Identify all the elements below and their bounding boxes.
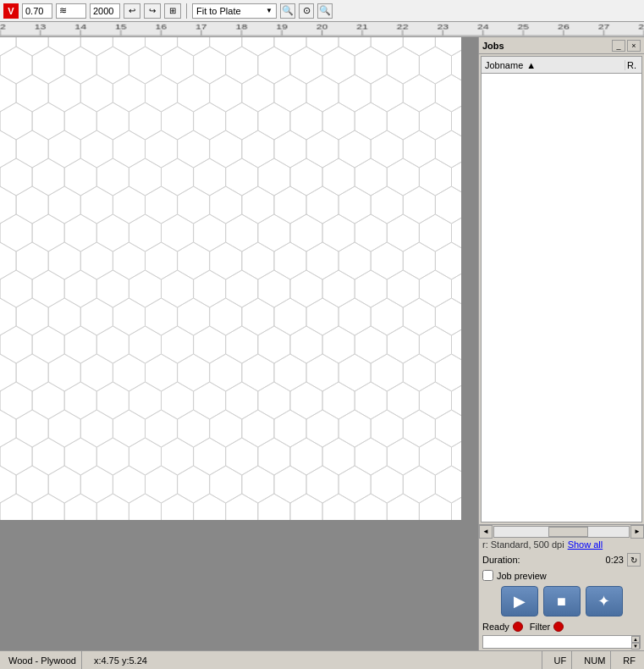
play-icon: ▶: [514, 592, 526, 611]
ready-indicator: Ready: [482, 622, 523, 632]
progress-scroll-up[interactable]: ▲: [631, 636, 640, 643]
jobs-table-body: [482, 74, 641, 522]
filter-indicator: Filter: [530, 622, 564, 632]
jobs-close-button[interactable]: ×: [627, 40, 641, 52]
job-preview-label: Job preview: [497, 571, 547, 581]
info-row: r: Standard, 500 dpi Show all: [479, 538, 644, 551]
star-icon: ✦: [597, 592, 610, 611]
material-section: Wood - Plywood: [3, 651, 82, 669]
scroll-left-button[interactable]: ◄: [479, 525, 493, 539]
version-display: 0.70: [22, 3, 52, 19]
star-button[interactable]: ✦: [586, 586, 623, 616]
filter-label: Filter: [530, 622, 550, 632]
duration-value: 0:23: [606, 555, 624, 565]
redo-button[interactable]: ↪: [144, 3, 161, 19]
logo-button[interactable]: V: [3, 3, 19, 19]
jobname-column-header[interactable]: Jobname ▲: [482, 60, 625, 70]
coords-label: x:4.75 y:5.24: [94, 655, 147, 666]
info-text: r: Standard, 500 dpi: [482, 539, 564, 550]
uf-section: UF: [549, 651, 573, 669]
num-label: NUM: [584, 655, 605, 666]
job-preview-checkbox[interactable]: [482, 570, 493, 581]
ready-dot: [513, 622, 523, 632]
duration-row: Duration: 0:23 ↻: [479, 551, 644, 568]
scroll-track[interactable]: [493, 526, 630, 538]
jobs-minimize-button[interactable]: _: [612, 40, 625, 52]
stop-button[interactable]: ■: [543, 586, 581, 616]
toolbar: V 0.70 ≋ 2000 ↩ ↪ ⊞ Fit to Plate 🔍 ⊙ 🔍: [0, 0, 644, 22]
jobs-scrollbar: ◄ ►: [479, 524, 644, 538]
filter-dot: [553, 622, 564, 632]
jobs-panel-title: Jobs: [482, 41, 610, 51]
zoom-in-button[interactable]: 🔍: [280, 3, 295, 19]
status-row: Ready Filter: [479, 620, 644, 633]
zoom-fit-button[interactable]: ⊙: [299, 3, 314, 19]
play-button[interactable]: ▶: [501, 586, 538, 616]
uf-label: UF: [554, 655, 567, 666]
duration-label: Duration:: [482, 555, 606, 565]
ruler: [0, 22, 644, 37]
show-all-link[interactable]: Show all: [568, 539, 603, 550]
scroll-thumb[interactable]: [548, 527, 589, 537]
progress-scrollbar: ▲ ▼: [631, 636, 640, 648]
rf-label: RF: [623, 655, 636, 666]
control-buttons: ▶ ■ ✦: [479, 583, 644, 620]
jobs-table-header: Jobname ▲ R.: [482, 57, 641, 74]
zoom-out-button[interactable]: 🔍: [317, 3, 333, 19]
progress-scroll-down[interactable]: ▼: [631, 643, 640, 650]
view-button[interactable]: ⊞: [164, 3, 181, 19]
dpi-value: 2000: [90, 3, 120, 19]
separator: [186, 3, 187, 19]
sort-icon: ▲: [526, 60, 536, 70]
material-label: Wood - Plywood: [8, 655, 76, 666]
canvas-area[interactable]: [0, 37, 478, 650]
statusbar: Wood - Plywood x:4.75 y:5.24 UF NUM RF: [0, 650, 644, 669]
waves-icon: ≋: [56, 3, 86, 19]
main-area: Jobs _ × Jobname ▲ R. ◄ ► r: Sta: [0, 37, 644, 650]
scroll-right-button[interactable]: ►: [630, 525, 644, 539]
fit-dropdown[interactable]: Fit to Plate: [192, 3, 277, 19]
stop-icon: ■: [557, 593, 566, 611]
preview-row: Job preview: [479, 568, 644, 583]
num-section: NUM: [579, 651, 611, 669]
coords-section: x:4.75 y:5.24: [89, 651, 542, 669]
progress-area: ▲ ▼: [482, 635, 641, 649]
plate-canvas: [0, 37, 461, 520]
jobs-table: Jobname ▲ R.: [481, 56, 642, 522]
refresh-button[interactable]: ↻: [627, 553, 641, 567]
undo-button[interactable]: ↩: [124, 3, 140, 19]
ready-label: Ready: [482, 622, 509, 632]
jobs-titlebar: Jobs _ ×: [479, 37, 644, 54]
jobs-panel: Jobs _ × Jobname ▲ R. ◄ ► r: Sta: [478, 37, 644, 650]
honeycomb-pattern: [0, 37, 461, 520]
r-column-header[interactable]: R.: [625, 60, 641, 70]
rf-section: RF: [618, 651, 641, 669]
